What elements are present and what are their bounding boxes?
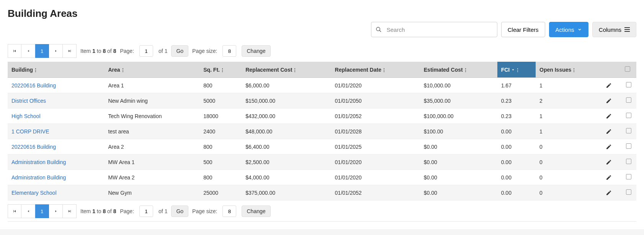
svg-point-0 [376,27,380,31]
cell-value: $0.00 [424,190,437,196]
cell-value: 01/01/2052 [335,113,362,119]
columns-button[interactable]: Columns [592,22,636,37]
cell-building: 1 CORP DRIVE [8,124,104,139]
building-link[interactable]: Elementary School [11,190,57,196]
cell-value: $0.00 [424,159,437,165]
cell-open_issues: 1 [536,124,602,139]
cell-fci: 0.00 [497,154,536,170]
row-checkbox[interactable] [626,82,631,87]
actions-button[interactable]: Actions [549,22,588,37]
row-checkbox[interactable] [626,143,631,149]
row-checkbox[interactable] [626,174,631,179]
cell-fci: 0.00 [497,124,536,139]
pager-prev-button[interactable] [21,204,35,218]
cell-select [621,139,636,154]
column-menu-icon[interactable] [384,68,384,72]
pager-page-input[interactable] [139,205,153,217]
pager-go-button[interactable]: Go [171,45,188,57]
cell-repl_date: 01/01/2025 [331,139,420,154]
pager-next-button[interactable] [49,44,63,58]
pager-last-button[interactable] [63,204,77,218]
columns-label: Columns [599,26,621,33]
column-menu-icon[interactable] [465,68,466,72]
column-header[interactable]: Replacement Cost [242,62,331,78]
table-row: Administration BuildingMW Area 1500$2,50… [8,154,636,170]
cell-building: Administration Building [8,154,104,170]
column-header[interactable]: Open Issues [536,62,602,78]
column-header[interactable]: Area [104,62,199,78]
pencil-icon[interactable] [606,144,617,150]
search-icon [376,26,382,33]
cell-repl_date: 01/01/2050 [331,93,420,108]
column-menu-icon[interactable] [294,68,295,72]
pencil-icon[interactable] [606,190,617,196]
building-link[interactable]: Administration Building [11,174,66,181]
column-menu-icon[interactable] [517,68,518,72]
table-row: Elementary SchoolNew Gym25000$375,000.00… [8,185,636,200]
column-label: Sq. Ft. [203,67,220,73]
pager-pagesize-input[interactable] [222,205,236,217]
cell-area: New Admin wing [104,93,199,108]
column-menu-icon[interactable] [35,68,36,72]
row-checkbox[interactable] [626,113,631,118]
building-link[interactable]: 1 CORP DRIVE [11,128,49,135]
cell-value: New Gym [108,190,131,196]
clear-filters-button[interactable]: Clear Filters [501,22,545,37]
pager-first-button[interactable] [8,204,21,218]
column-menu-icon[interactable] [574,68,574,72]
pencil-icon[interactable] [606,82,617,89]
cell-building: District Offices [8,93,104,108]
cell-open_issues: 1 [536,78,602,93]
pencil-icon[interactable] [606,128,617,135]
column-header[interactable]: Building [8,62,104,78]
pager-page-1-button[interactable]: 1 [35,44,49,58]
search-input[interactable] [371,22,497,37]
building-link[interactable]: High School [11,113,41,119]
row-checkbox[interactable] [626,97,631,103]
pager-pagesize-label: Page size: [192,48,217,54]
row-checkbox[interactable] [626,128,631,133]
pager-nav-bottom: 1 [8,204,77,218]
menu-icon [624,27,630,32]
pencil-icon[interactable] [606,159,617,165]
column-header[interactable]: Estimated Cost [420,62,497,78]
cell-value: 01/01/2052 [335,190,362,196]
cell-edit [602,93,621,108]
cell-value: $0.00 [424,174,437,181]
cell-edit [602,154,621,170]
pager-change-button[interactable]: Change [242,45,270,57]
pager-last-button[interactable] [63,44,77,58]
column-label: Area [108,67,120,73]
column-header[interactable]: FCI [497,62,536,78]
pager-change-button[interactable]: Change [242,205,270,217]
cell-value: 1 [539,82,543,89]
pager-prev-button[interactable] [21,44,35,58]
column-menu-icon[interactable] [123,68,123,72]
pager-first-button[interactable] [8,44,21,58]
cell-repl_date: 01/01/2052 [331,185,420,200]
pencil-icon[interactable] [606,113,617,119]
building-link[interactable]: District Offices [11,98,46,104]
building-link[interactable]: Administration Building [11,159,66,165]
pager-page-input[interactable] [139,45,153,57]
pager-page-1-button[interactable]: 1 [35,204,49,218]
row-checkbox[interactable] [626,159,631,164]
column-header[interactable]: Sq. Ft. [199,62,242,78]
cell-open_issues: 0 [536,170,602,185]
column-menu-icon[interactable] [222,68,223,72]
pencil-icon[interactable] [606,98,617,104]
row-checkbox[interactable] [626,189,631,195]
cell-building: Elementary School [8,185,104,200]
building-link[interactable]: 20220616 Building [11,144,56,150]
column-label: Building [11,67,33,73]
pager-go-button[interactable]: Go [171,205,188,217]
pager-next-button[interactable] [49,204,63,218]
building-link[interactable]: 20220616 Building [11,82,56,89]
cell-value: 01/01/2020 [335,159,362,165]
cell-value: Area 1 [108,82,124,89]
select-all-checkbox[interactable] [625,66,630,72]
column-header[interactable]: Replacement Date [331,62,420,78]
cell-sqft: 800 [199,170,242,185]
pencil-icon[interactable] [606,174,617,181]
pager-pagesize-input[interactable] [222,45,236,57]
